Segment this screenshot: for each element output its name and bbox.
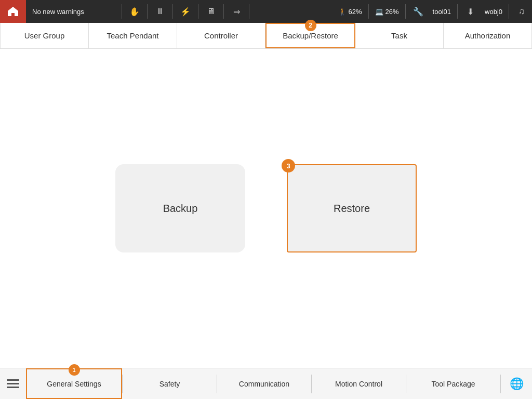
- communication-label: Communication: [239, 380, 289, 388]
- bottom-tab-safety[interactable]: Safety: [123, 368, 217, 399]
- tab-controller-label: Controller: [204, 31, 238, 40]
- general-settings-label: General Settings: [47, 380, 101, 388]
- backup-card-label: Backup: [163, 203, 198, 215]
- wrench-icon[interactable]: 🔧: [408, 0, 429, 23]
- divider-10: [509, 4, 509, 19]
- person-icon: 🚶: [338, 8, 347, 16]
- home-icon[interactable]: [0, 0, 26, 23]
- backup-card[interactable]: Backup: [115, 164, 245, 252]
- hand-icon[interactable]: ✋: [124, 0, 145, 23]
- music-icon[interactable]: ♫: [511, 0, 532, 23]
- bottom-navigation: 1 General Settings Safety Communication …: [0, 368, 532, 399]
- tab-authorization[interactable]: Authorization: [444, 23, 532, 48]
- bottom-tab-tool-package[interactable]: Tool Package: [406, 368, 500, 399]
- motion-stat: 🚶 62%: [334, 8, 366, 16]
- divider-2: [147, 4, 148, 19]
- svg-rect-2: [7, 387, 19, 388]
- motion-value: 62%: [349, 8, 362, 16]
- globe-icon[interactable]: 🌐: [501, 368, 532, 399]
- divider-8: [405, 4, 406, 19]
- divider-5: [223, 4, 224, 19]
- divider-9: [457, 4, 458, 19]
- safety-label: Safety: [159, 380, 180, 388]
- restore-card-badge: 3: [282, 159, 295, 172]
- tool-package-label: Tool Package: [431, 380, 475, 388]
- bottom-tab-communication[interactable]: Communication: [217, 368, 311, 399]
- cpu-icon: 💻: [375, 8, 383, 16]
- tab-teach-pendant[interactable]: Teach Pendant: [89, 23, 177, 48]
- cpu-stat: 💻 26%: [371, 8, 403, 16]
- tab-user-group-label: User Group: [24, 31, 65, 40]
- bottom-tab-motion-control[interactable]: Motion Control: [312, 368, 406, 399]
- tab-task[interactable]: Task: [355, 23, 444, 48]
- monitor-icon[interactable]: 🖥: [201, 0, 221, 23]
- main-content: Backup 3 Restore: [0, 49, 532, 368]
- tab-navigation: User Group Teach Pendant Controller 2 Ba…: [0, 23, 532, 49]
- general-settings-badge: 1: [69, 364, 80, 376]
- tab-teach-pendant-label: Teach Pendant: [107, 31, 158, 40]
- tab-backup-restore-badge: 2: [305, 20, 316, 31]
- cpu-value: 26%: [385, 8, 399, 16]
- divider-6: [249, 4, 249, 19]
- svg-rect-1: [7, 383, 19, 384]
- lightning-icon[interactable]: ⚡: [175, 0, 196, 23]
- bottom-tab-general-settings[interactable]: 1 General Settings: [26, 368, 122, 399]
- tab-authorization-label: Authorization: [465, 31, 511, 40]
- tab-controller[interactable]: Controller: [177, 23, 265, 48]
- motion-control-label: Motion Control: [335, 380, 382, 388]
- wobj-label: wobj0: [481, 8, 507, 16]
- svg-rect-0: [7, 379, 19, 381]
- tab-task-label: Task: [391, 31, 407, 40]
- divider-3: [172, 4, 173, 19]
- pause-icon[interactable]: ⏸: [150, 0, 170, 23]
- arrows-icon[interactable]: ⇒: [226, 0, 247, 23]
- divider-1: [122, 4, 122, 19]
- hamburger-icon[interactable]: [0, 368, 26, 400]
- tab-user-group[interactable]: User Group: [0, 23, 89, 48]
- topbar: No new warnings ✋ ⏸ ⚡ 🖥 ⇒ 🚶 62% 💻 26% 🔧 …: [0, 0, 532, 23]
- restore-card-label: Restore: [334, 203, 370, 215]
- download-icon[interactable]: ⬇: [460, 0, 481, 23]
- divider-7: [368, 4, 369, 19]
- restore-card[interactable]: 3 Restore: [287, 164, 417, 252]
- divider-4: [198, 4, 198, 19]
- warning-text: No new warnings: [26, 8, 119, 16]
- tool-label: tool01: [429, 8, 455, 16]
- tab-backup-restore-label: Backup/Restore: [283, 31, 338, 40]
- tab-backup-restore[interactable]: 2 Backup/Restore: [265, 23, 355, 48]
